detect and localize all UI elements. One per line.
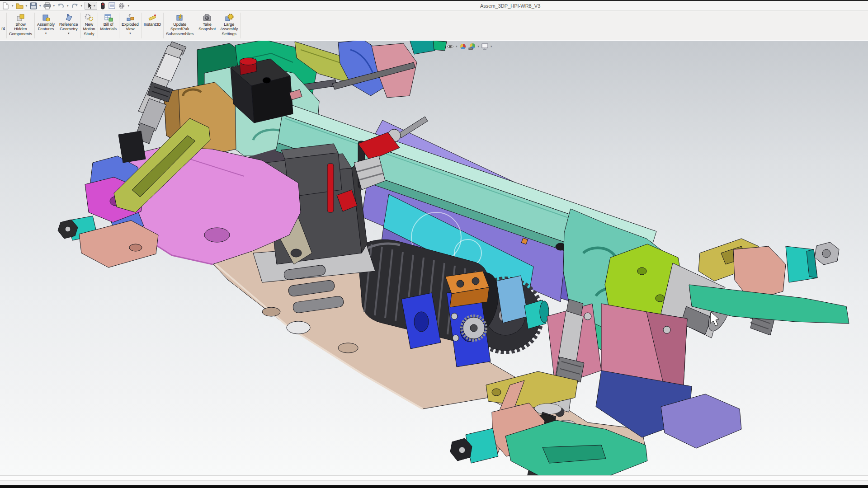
undo-icon[interactable] <box>57 2 65 9</box>
title-bar: ▾ ▾ ▾ ▾ ▾ ▾ ▾ ▾ <box>0 1 868 11</box>
ribbon-button-exploded-view[interactable]: Exploded View▼ <box>119 11 141 40</box>
print-icon[interactable] <box>43 2 51 9</box>
show-hidden-components-icon <box>16 13 25 22</box>
ribbon-button-assembly-features[interactable]: Assembly Features▼ <box>35 11 57 40</box>
settings-gear-icon[interactable] <box>118 2 126 9</box>
ribbon-button-partial[interactable]: nt <box>0 11 6 40</box>
part-motor-clamp-orange[interactable] <box>445 271 489 307</box>
bill-of-materials-icon <box>104 13 113 22</box>
ribbon-button-instant3d[interactable]: Instant3D <box>142 11 164 40</box>
ribbon-toolbar: nt Show Hidden Components Assembly Featu… <box>0 11 868 40</box>
open-file-icon[interactable] <box>16 2 24 9</box>
video-bottom-bar <box>0 485 868 488</box>
part-pinion-gear[interactable] <box>462 316 486 340</box>
part-top-edge-teal[interactable] <box>410 41 435 54</box>
ribbon-button-large-assembly-settings[interactable]: Large Assembly Settings <box>218 11 240 40</box>
new-motion-study-icon <box>85 13 94 22</box>
part-wheel-hex-rear-right[interactable] <box>786 246 817 282</box>
part-antenna-red[interactable] <box>327 164 334 212</box>
ribbon-button-reference-geometry[interactable]: Reference Geometry▼ <box>57 11 80 40</box>
update-speedpak-icon <box>175 13 184 22</box>
status-bar-lower <box>0 480 868 485</box>
xpress-tools-icon[interactable] <box>99 2 107 9</box>
large-assembly-settings-icon <box>225 13 234 22</box>
part-top-edge-emerald[interactable] <box>433 41 447 51</box>
exploded-view-icon <box>126 13 135 22</box>
status-bar <box>0 475 868 480</box>
instant3d-icon <box>148 13 157 22</box>
part-shaft-housing-teal[interactable] <box>524 300 549 329</box>
part-wheel-nut-rear-right[interactable] <box>815 242 839 265</box>
ribbon-button-update-speedpak[interactable]: Update SpeedPak Subassemblies <box>164 11 196 40</box>
window-title: Assem_3DP_HPI-WR8_V3 <box>480 3 540 9</box>
ribbon-button-take-snapshot[interactable]: Take Snapshot <box>196 11 218 40</box>
ribbon-button-show-hidden-components[interactable]: Show Hidden Components <box>7 11 34 40</box>
assembly-3d-model[interactable] <box>0 41 868 475</box>
part-wheel-hex-bottom[interactable] <box>450 428 498 463</box>
options-list-icon[interactable] <box>108 2 116 9</box>
select-tool-button[interactable]: ▾ <box>85 2 97 10</box>
ribbon-button-new-motion-study[interactable]: New Motion Study <box>81 11 98 40</box>
reference-geometry-icon <box>64 13 73 22</box>
redo-icon[interactable] <box>71 2 79 9</box>
save-icon[interactable] <box>29 2 37 9</box>
assembly-features-icon <box>42 13 51 22</box>
ribbon-button-bill-of-materials[interactable]: Bill of Materials <box>98 11 119 40</box>
take-snapshot-icon <box>203 13 212 22</box>
new-document-icon[interactable] <box>2 2 9 9</box>
